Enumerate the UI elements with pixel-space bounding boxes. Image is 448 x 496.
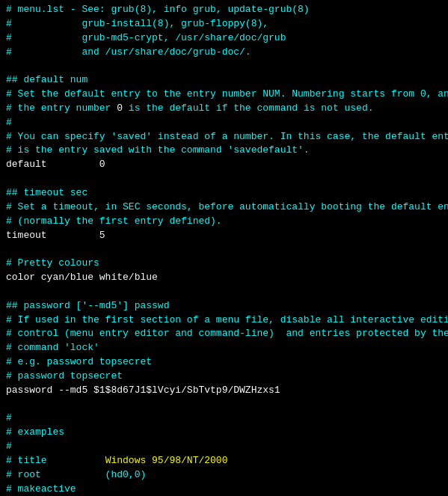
line-1: # menu.lst - See: grub(8), info grub, up… [6, 3, 442, 17]
line-14: ## timeout sec [6, 186, 442, 200]
line-16: # (normally the first entry defined). [6, 215, 442, 229]
line-12: default 0 [6, 158, 442, 172]
line-5 [6, 59, 442, 73]
line-22: ## password ['--md5'] passwd [6, 299, 442, 313]
line-3: # grub-md5-crypt, /usr/share/doc/grub [6, 31, 442, 46]
line-7: # Set the default entry to the entry num… [6, 88, 442, 102]
line-6: ## default num [6, 73, 442, 88]
line-19: # Pretty colours [6, 257, 442, 271]
line-29 [6, 398, 442, 412]
line-15: # Set a timeout, in SEC seconds, before … [6, 200, 442, 215]
line-11: # is the entry saved with the command 's… [6, 144, 442, 158]
line-28: password --md5 $1$8d67J1$lVcyi/SbTvtp9/D… [6, 384, 442, 398]
line-17: timeout 5 [6, 229, 442, 243]
line-13 [6, 172, 442, 186]
line-32: # [6, 440, 442, 454]
line-2: # grub-install(8), grub-floppy(8), [6, 17, 442, 31]
line-33: # title Windows 95/98/NT/2000 [6, 454, 442, 468]
line-26: # e.g. password topsecret [6, 355, 442, 370]
line-20: color cyan/blue white/blue [6, 271, 442, 285]
line-10: # You can specify 'saved' instead of a n… [6, 130, 442, 144]
line-25: # command 'lock' [6, 341, 442, 355]
line-34: # root (hd0,0) [6, 468, 442, 483]
line-21 [6, 285, 442, 299]
line-30: # [6, 411, 442, 426]
line-23: # If used in the first section of a menu… [6, 313, 442, 328]
line-35: # makeactive [6, 483, 442, 496]
line-18 [6, 242, 442, 257]
line-27: # password topsecret [6, 370, 442, 384]
line-9: # [6, 116, 442, 130]
line-4: # and /usr/share/doc/grub-doc/. [6, 46, 442, 60]
line-8: # the entry number 0 is the default if t… [6, 102, 442, 116]
line-24: # control (menu entry editor and command… [6, 327, 442, 341]
line-31: # examples [6, 426, 442, 440]
terminal-window: # menu.lst - See: grub(8), info grub, up… [6, 3, 442, 496]
